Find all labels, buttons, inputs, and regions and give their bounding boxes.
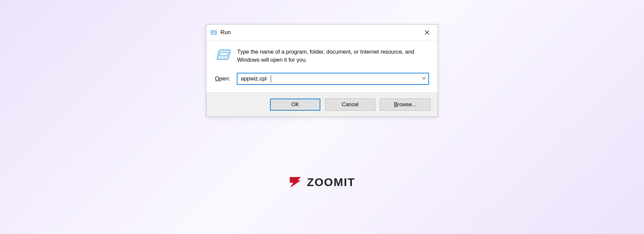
open-combobox[interactable] [237, 73, 429, 85]
cancel-button[interactable]: Cancel [325, 99, 375, 111]
run-program-icon [215, 48, 231, 64]
open-input[interactable] [237, 73, 429, 85]
browse-button[interactable]: Browse... [380, 99, 430, 111]
titlebar[interactable]: Run [206, 24, 438, 41]
dialog-body: Type the name of a program, folder, docu… [206, 41, 438, 70]
svg-rect-5 [219, 53, 228, 56]
zoomit-logo-icon [289, 176, 302, 189]
open-row: Open: [206, 70, 438, 92]
ok-button[interactable]: OK [270, 99, 320, 111]
svg-marker-6 [290, 177, 301, 188]
dialog-title: Run [220, 29, 231, 36]
button-bar: OK Cancel Browse... [206, 92, 438, 117]
run-titlebar-icon [210, 29, 217, 36]
watermark: ZOOMIT [289, 176, 355, 189]
watermark-text: ZOOMIT [307, 176, 355, 189]
svg-rect-1 [212, 32, 215, 33]
dialog-description: Type the name of a program, folder, docu… [237, 48, 429, 64]
text-caret [271, 75, 271, 82]
run-dialog: Run Type the name of a program, folder, … [206, 24, 438, 117]
open-label: Open: [215, 75, 230, 82]
close-button[interactable] [420, 27, 434, 38]
close-icon [425, 30, 429, 35]
